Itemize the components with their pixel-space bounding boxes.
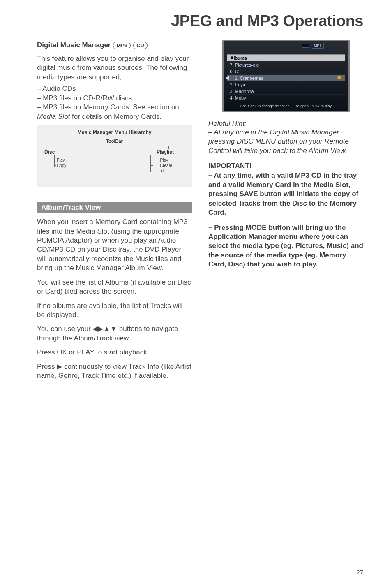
helpful-hint-body: – At any time in the Digital Music Manag…	[208, 128, 363, 155]
screenshot-header: Albums	[227, 54, 345, 61]
arrow-buttons-icon: ◀▶▲▼	[92, 325, 117, 333]
section-heading: Digital Music Manager MP3 CD	[37, 41, 192, 51]
topbar-indicator-icon	[302, 44, 309, 48]
hierarchy-playlist-edit: Edit	[159, 169, 166, 173]
mp3-badge-icon: MP3	[113, 42, 131, 49]
hierarchy-title: Music Manager Menu Hierarchy	[41, 130, 188, 135]
p4-pre: You can use your	[37, 325, 92, 333]
tree-line	[150, 155, 151, 172]
helpful-hint-label: Helpful Hint:	[208, 120, 363, 128]
open-arrow-icon	[337, 76, 341, 79]
screenshot-row: 4. Moby	[227, 94, 345, 101]
menu-hierarchy-diagram: Music Manager Menu Hierarchy ToolBar Dis…	[37, 125, 192, 187]
list-item-mp3-memory: – MP3 files on Memory Cards. See section…	[37, 103, 192, 121]
cd-badge-icon: CD	[133, 42, 148, 49]
screenshot-row: 2. Enya	[227, 81, 345, 88]
section-heading-text: Digital Music Manager	[37, 41, 111, 49]
hierarchy-playlist-play: Play	[160, 158, 168, 162]
list-c-pre: – MP3 files on Memory Cards. See section…	[37, 103, 179, 111]
tree-line	[151, 165, 153, 166]
page: JPEG and MP3 Operations Digital Music Ma…	[0, 0, 392, 588]
speaker-icon	[226, 75, 232, 81]
p1: When you insert a Memory Card containing…	[37, 218, 192, 273]
p4: You can use your ◀▶▲▼ buttons to navigat…	[37, 324, 192, 343]
screenshot-row: 0. U2	[227, 68, 345, 74]
screenshot-row-selected-text: 1. Cranberries	[230, 76, 264, 81]
list-c-post: for details on Memory Cards.	[70, 113, 161, 120]
hierarchy-disc-label: Disc	[44, 149, 55, 155]
hierarchy-tree: Disc Playlist Play Copy Play Create Edit	[41, 144, 188, 181]
p6-pre: Press	[37, 363, 57, 370]
right-column: MP3 Albums 7. Pictures-old 0. U2 1. Cran…	[208, 40, 363, 386]
tree-line	[168, 146, 169, 149]
hierarchy-playlist-label: Playlist	[157, 149, 174, 155]
tree-line	[54, 165, 56, 166]
p3: If no albums are available, the list of …	[37, 301, 192, 320]
screenshot-hint: Use ↑ or ↓ to change selection, → to ope…	[227, 102, 345, 108]
columns: Digital Music Manager MP3 CD This featur…	[37, 40, 363, 386]
tree-line	[151, 171, 153, 171]
album-view-screenshot: MP3 Albums 7. Pictures-old 0. U2 1. Cran…	[222, 40, 350, 112]
mp3-indicator-icon: MP3	[312, 43, 324, 49]
heading-rule-top	[37, 40, 192, 40]
screenshot-row: 3. Madonna	[227, 88, 345, 94]
screenshot-topbar: MP3	[302, 43, 324, 49]
screenshot-row: 7. Pictures-old	[227, 61, 345, 68]
page-title: JPEG and MP3 Operations	[171, 12, 363, 30]
tree-line	[60, 146, 168, 146]
hierarchy-playlist-create: Create	[160, 163, 172, 168]
screenshot-row-selected: 1. Cranberries	[227, 74, 345, 81]
list-c-em: Media Slot	[37, 113, 70, 120]
left-column: Digital Music Manager MP3 CD This featur…	[37, 40, 192, 386]
album-track-view-heading: Album/Track View	[37, 202, 192, 213]
p2: You will see the list of Albums (if avai…	[37, 278, 192, 296]
important-heading: IMPORTANT!	[208, 162, 363, 170]
list-item-audio-cds: – Audio CDs	[37, 84, 192, 93]
important-block-1: – At any time, with a valid MP3 CD in th…	[208, 171, 363, 217]
hierarchy-disc-play: Play	[57, 158, 65, 162]
right-arrow-icon: ▶	[57, 363, 62, 370]
hierarchy-disc-copy: Copy	[57, 163, 66, 168]
p5: Press OK or PLAY to start playback.	[37, 348, 192, 357]
list-item-mp3-cdr: – MP3 files on CD-R/RW discs	[37, 94, 192, 103]
p6: Press ▶ continuously to view Track Info …	[37, 362, 192, 381]
page-number: 27	[356, 569, 363, 576]
important-block-2: – Pressing MODE button will bring up the…	[208, 223, 363, 269]
tree-line	[60, 146, 60, 149]
title-row: JPEG and MP3 Operations	[37, 12, 363, 32]
intro-paragraph: This feature allows you to organise and …	[37, 54, 192, 82]
hierarchy-toolbar-label: ToolBar	[41, 139, 188, 144]
tree-line	[54, 160, 56, 160]
tree-line	[151, 160, 153, 160]
